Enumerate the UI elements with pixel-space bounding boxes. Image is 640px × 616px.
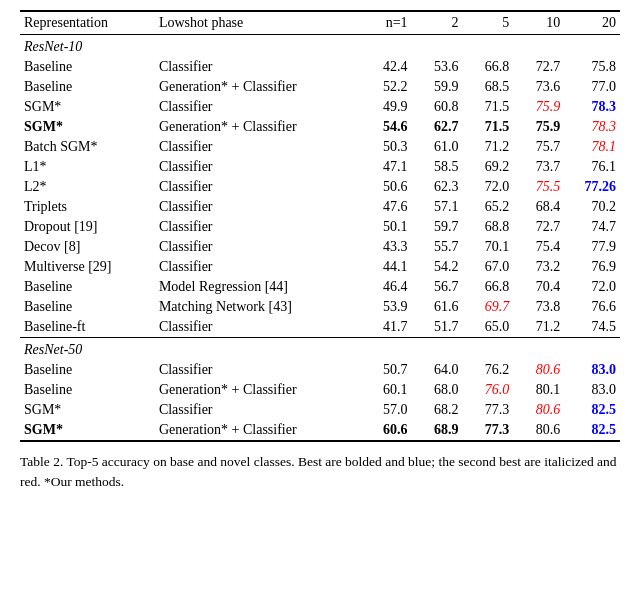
table-row: SGM*Generation* + Classifier54.662.771.5… bbox=[20, 117, 620, 137]
cell-n2: 51.7 bbox=[412, 317, 463, 338]
cell-n2: 58.5 bbox=[412, 157, 463, 177]
col-header-n1: n=1 bbox=[361, 11, 412, 35]
cell-n1: 53.9 bbox=[361, 297, 412, 317]
cell-n10: 75.7 bbox=[513, 137, 564, 157]
cell-n20: 74.5 bbox=[564, 317, 620, 338]
cell-phase: Matching Network [43] bbox=[155, 297, 361, 317]
cell-n1: 44.1 bbox=[361, 257, 412, 277]
cell-rep: Baseline bbox=[20, 360, 155, 380]
cell-n10: 75.4 bbox=[513, 237, 564, 257]
cell-n2: 68.2 bbox=[412, 400, 463, 420]
cell-phase: Classifier bbox=[155, 317, 361, 338]
cell-rep: Baseline bbox=[20, 77, 155, 97]
table-row: BaselineGeneration* + Classifier52.259.9… bbox=[20, 77, 620, 97]
cell-n5: 76.2 bbox=[462, 360, 513, 380]
col-header-representation: Representation bbox=[20, 11, 155, 35]
table-row: Batch SGM*Classifier50.361.071.275.778.1 bbox=[20, 137, 620, 157]
table-row: Dropout [19]Classifier50.159.768.872.774… bbox=[20, 217, 620, 237]
cell-rep: Dropout [19] bbox=[20, 217, 155, 237]
table-caption: Table 2. Top-5 accuracy on base and nove… bbox=[20, 452, 620, 493]
cell-n10: 70.4 bbox=[513, 277, 564, 297]
cell-n1: 43.3 bbox=[361, 237, 412, 257]
cell-n1: 49.9 bbox=[361, 97, 412, 117]
col-header-n20: 20 bbox=[564, 11, 620, 35]
cell-phase: Classifier bbox=[155, 257, 361, 277]
cell-n5: 66.8 bbox=[462, 57, 513, 77]
cell-n2: 59.7 bbox=[412, 217, 463, 237]
cell-phase: Classifier bbox=[155, 157, 361, 177]
col-header-n10: 10 bbox=[513, 11, 564, 35]
cell-n2: 53.6 bbox=[412, 57, 463, 77]
cell-n1: 47.6 bbox=[361, 197, 412, 217]
cell-n5: 65.2 bbox=[462, 197, 513, 217]
cell-rep: Triplets bbox=[20, 197, 155, 217]
cell-n1: 60.1 bbox=[361, 380, 412, 400]
cell-phase: Classifier bbox=[155, 217, 361, 237]
cell-n10: 73.8 bbox=[513, 297, 564, 317]
cell-n10: 72.7 bbox=[513, 217, 564, 237]
cell-n1: 41.7 bbox=[361, 317, 412, 338]
table-row: Multiverse [29]Classifier44.154.267.073.… bbox=[20, 257, 620, 277]
cell-phase: Generation* + Classifier bbox=[155, 380, 361, 400]
cell-n2: 61.0 bbox=[412, 137, 463, 157]
cell-n10: 80.6 bbox=[513, 400, 564, 420]
table-row: SGM*Classifier57.068.277.380.682.5 bbox=[20, 400, 620, 420]
cell-rep: Multiverse [29] bbox=[20, 257, 155, 277]
table-row: BaselineGeneration* + Classifier60.168.0… bbox=[20, 380, 620, 400]
cell-n5: 71.2 bbox=[462, 137, 513, 157]
cell-n10: 68.4 bbox=[513, 197, 564, 217]
cell-n20: 77.0 bbox=[564, 77, 620, 97]
cell-phase: Classifier bbox=[155, 197, 361, 217]
cell-n5: 69.7 bbox=[462, 297, 513, 317]
cell-n20: 83.0 bbox=[564, 380, 620, 400]
cell-n10: 72.7 bbox=[513, 57, 564, 77]
table-row: SGM*Classifier49.960.871.575.978.3 bbox=[20, 97, 620, 117]
cell-n5: 65.0 bbox=[462, 317, 513, 338]
cell-n1: 50.6 bbox=[361, 177, 412, 197]
cell-n5: 69.2 bbox=[462, 157, 513, 177]
table-row: Decov [8]Classifier43.355.770.175.477.9 bbox=[20, 237, 620, 257]
cell-phase: Classifier bbox=[155, 237, 361, 257]
cell-n10: 73.2 bbox=[513, 257, 564, 277]
cell-n1: 42.4 bbox=[361, 57, 412, 77]
cell-rep: Baseline bbox=[20, 297, 155, 317]
cell-n2: 54.2 bbox=[412, 257, 463, 277]
cell-rep: Baseline bbox=[20, 380, 155, 400]
cell-rep: SGM* bbox=[20, 400, 155, 420]
cell-n2: 62.3 bbox=[412, 177, 463, 197]
cell-n10: 80.1 bbox=[513, 380, 564, 400]
cell-n5: 67.0 bbox=[462, 257, 513, 277]
cell-n20: 77.9 bbox=[564, 237, 620, 257]
cell-n10: 80.6 bbox=[513, 420, 564, 441]
cell-phase: Generation* + Classifier bbox=[155, 77, 361, 97]
cell-n20: 78.1 bbox=[564, 137, 620, 157]
cell-rep: SGM* bbox=[20, 420, 155, 441]
table-row: L2*Classifier50.662.372.075.577.26 bbox=[20, 177, 620, 197]
table-row: TripletsClassifier47.657.165.268.470.2 bbox=[20, 197, 620, 217]
cell-n5: 68.5 bbox=[462, 77, 513, 97]
cell-rep: Baseline-ft bbox=[20, 317, 155, 338]
cell-rep: Baseline bbox=[20, 57, 155, 77]
section-header-1: ResNet-50 bbox=[20, 338, 620, 361]
cell-n10: 73.7 bbox=[513, 157, 564, 177]
cell-n2: 59.9 bbox=[412, 77, 463, 97]
cell-rep: L1* bbox=[20, 157, 155, 177]
cell-phase: Generation* + Classifier bbox=[155, 420, 361, 441]
cell-n2: 55.7 bbox=[412, 237, 463, 257]
cell-n10: 80.6 bbox=[513, 360, 564, 380]
cell-n1: 50.7 bbox=[361, 360, 412, 380]
cell-n2: 61.6 bbox=[412, 297, 463, 317]
table-row: BaselineClassifier42.453.666.872.775.8 bbox=[20, 57, 620, 77]
cell-n5: 68.8 bbox=[462, 217, 513, 237]
cell-n1: 57.0 bbox=[361, 400, 412, 420]
cell-phase: Classifier bbox=[155, 137, 361, 157]
cell-phase: Classifier bbox=[155, 360, 361, 380]
cell-n5: 70.1 bbox=[462, 237, 513, 257]
cell-n1: 60.6 bbox=[361, 420, 412, 441]
cell-n20: 83.0 bbox=[564, 360, 620, 380]
cell-rep: Decov [8] bbox=[20, 237, 155, 257]
cell-n1: 54.6 bbox=[361, 117, 412, 137]
cell-n20: 76.6 bbox=[564, 297, 620, 317]
cell-n1: 47.1 bbox=[361, 157, 412, 177]
cell-n1: 50.1 bbox=[361, 217, 412, 237]
